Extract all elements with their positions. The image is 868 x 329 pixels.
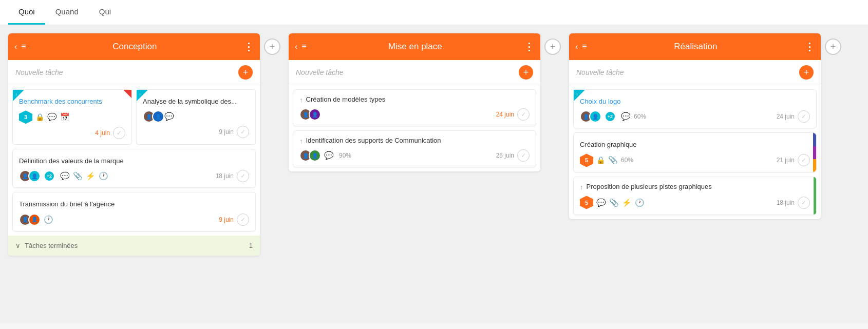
benchmark-badge: 3 — [19, 110, 32, 124]
modeles-up-icon: ↑ — [299, 96, 303, 104]
benchmark-footer: 3 🔒 💬 📅 — [19, 110, 125, 124]
conception-menu-icon[interactable]: ⋮ — [243, 41, 254, 53]
benchmark-date: 4 juin — [95, 129, 110, 137]
mise-en-place-header: ‹ ≡ Mise en place ⋮ — [289, 33, 540, 60]
logo-check[interactable]: ✓ — [798, 110, 810, 123]
proposition-badge: 5 — [580, 196, 593, 209]
conception-chevron-down-icon: ∨ — [15, 242, 21, 249]
card-creation-graphique: Création graphique 5 🔒 📎 60% 21 juin ✓ — [573, 132, 817, 172]
proposition-comment-icon: 💬 — [596, 198, 606, 207]
conception-column-wrapper: ‹ ≡ Conception ⋮ Nouvelle tâche + — [8, 33, 280, 256]
top-navigation: Quoi Quand Qui — [0, 0, 868, 25]
conception-header-left: ‹ ≡ — [14, 42, 26, 51]
transmission-date: 9 juin — [219, 216, 234, 223]
add-column-after-conception[interactable]: + — [264, 38, 280, 55]
modeles-title: Création de modèles types — [306, 95, 386, 104]
conception-header: ‹ ≡ Conception ⋮ — [8, 33, 260, 60]
analyse-avatars: 👤 👤 — [143, 110, 161, 123]
add-column-after-realisation[interactable]: + — [825, 38, 841, 55]
logo-date: 24 juin — [777, 113, 795, 120]
definition-avatar-extra: +2 — [44, 170, 55, 182]
card-choix-logo: ↑ Choix du logo 👤 👤 +2 💬 60% 24 juin ✓ — [573, 89, 817, 128]
mise-en-place-list-icon[interactable]: ≡ — [301, 42, 306, 51]
realisation-new-task-row: Nouvelle tâche + — [569, 60, 821, 85]
realisation-add-task-button[interactable]: + — [799, 65, 814, 80]
mise-en-place-placeholder: Nouvelle tâche — [296, 68, 519, 76]
benchmark-check[interactable]: ✓ — [113, 127, 125, 139]
conception-add-task-button[interactable]: + — [238, 65, 253, 80]
transmission-title: Transmission du brief à l'agence — [19, 200, 249, 209]
card-analyse: ↑ Analyse de la symbolique des... 👤 👤 💬 … — [136, 89, 256, 145]
avatar-2: 👤 — [152, 110, 164, 123]
definition-footer: 👤 👤 +2 💬 📎 ⚡ 🕐 18 juin ✓ — [19, 170, 249, 182]
graphique-check[interactable]: ✓ — [798, 154, 810, 166]
realisation-list-icon[interactable]: ≡ — [582, 42, 587, 51]
graphique-progress: 60% — [621, 157, 633, 164]
transmission-check[interactable]: ✓ — [237, 214, 249, 226]
graphique-title: Création graphique — [580, 140, 810, 149]
mise-en-place-add-task-button[interactable]: + — [519, 65, 533, 80]
definition-clock-icon: 🕐 — [99, 171, 108, 181]
transmission-footer: 👤 👤 🕐 9 juin ✓ — [19, 214, 249, 226]
analyse-check[interactable]: ✓ — [237, 126, 249, 138]
tab-qui[interactable]: Qui — [89, 0, 121, 25]
modeles-avatars: 👤 👤 — [299, 108, 318, 121]
conception-cards-row1: ↑ Benchmark des concurrents 3 🔒 💬 📅 4 ju… — [12, 89, 256, 145]
conception-completed-row[interactable]: ∨ Tâches terminées 1 — [8, 236, 260, 256]
identification-check[interactable]: ✓ — [517, 149, 530, 162]
kanban-board: ‹ ≡ Conception ⋮ Nouvelle tâche + — [0, 25, 868, 323]
card-creation-modeles: ↑ Création de modèles types 👤 👤 24 juin … — [293, 89, 536, 126]
definition-date: 18 juin — [216, 172, 234, 180]
realisation-menu-icon[interactable]: ⋮ — [804, 41, 815, 53]
conception-cards: ↑ Benchmark des concurrents 3 🔒 💬 📅 4 ju… — [8, 85, 260, 236]
proposition-check[interactable]: ✓ — [798, 197, 810, 209]
benchmark-priority-icon: ↑ — [15, 92, 17, 98]
transmission-avatars: 👤 👤 — [19, 214, 37, 226]
proposition-clock-icon: 🕐 — [635, 198, 645, 207]
proposition-attachment-icon: 📎 — [609, 198, 619, 207]
conception-completed-count: 1 — [249, 242, 253, 249]
graphique-attachment-icon: 📎 — [608, 156, 618, 165]
definition-lightning-icon: ⚡ — [86, 171, 96, 181]
conception-column: ‹ ≡ Conception ⋮ Nouvelle tâche + — [8, 33, 260, 256]
logo-avatars: 👤 👤 — [580, 110, 598, 123]
analyse-date: 9 juin — [219, 128, 234, 136]
modeles-footer: 👤 👤 24 juin ✓ — [299, 108, 530, 121]
graphique-lock-icon: 🔒 — [596, 156, 605, 164]
analyse-priority-icon: ↑ — [139, 92, 141, 98]
card-identification: ↑ Identification des supports de Communi… — [293, 130, 536, 167]
proposition-date: 18 juin — [777, 199, 795, 206]
conception-new-task-row: Nouvelle tâche + — [8, 60, 260, 85]
tab-quand[interactable]: Quand — [45, 0, 89, 25]
color-bar-purple — [813, 146, 816, 159]
identification-up-icon: ↑ — [299, 137, 303, 145]
analyse-comment-icon: 💬 — [164, 112, 174, 121]
realisation-placeholder: Nouvelle tâche — [576, 68, 799, 76]
definition-comment-icon: 💬 — [60, 171, 70, 181]
realisation-header-right: ⋮ — [804, 41, 815, 53]
mise-en-place-column-wrapper: ‹ ≡ Mise en place ⋮ Nouvelle tâche + ↑ C… — [289, 33, 561, 171]
card-proposition: ↑ Proposition de plusieurs pistes graphi… — [573, 177, 817, 215]
add-column-after-mise-en-place[interactable]: + — [544, 38, 561, 55]
card-definition: Définition des valeurs de la marque 👤 👤 … — [12, 149, 256, 188]
conception-collapse-icon[interactable]: ‹ — [14, 42, 17, 51]
benchmark-calendar-icon: 📅 — [60, 112, 70, 122]
proposition-footer: 5 💬 📎 ⚡ 🕐 18 juin ✓ — [580, 196, 810, 209]
proposition-lightning-icon: ⚡ — [622, 198, 632, 207]
identification-comment-icon: 💬 — [324, 151, 334, 160]
identification-footer: 👤 👤 💬 90% 25 juin ✓ — [299, 149, 530, 162]
mise-en-place-header-right: ⋮ — [524, 41, 534, 53]
identification-date: 25 juin — [496, 152, 514, 159]
realisation-collapse-icon[interactable]: ‹ — [575, 42, 578, 51]
definition-attachment-icon: 📎 — [73, 171, 83, 181]
modeles-check[interactable]: ✓ — [517, 108, 530, 121]
analyse-title: Analyse de la symbolique des... — [143, 97, 249, 106]
tab-quoi[interactable]: Quoi — [8, 0, 45, 25]
realisation-cards: ↑ Choix du logo 👤 👤 +2 💬 60% 24 juin ✓ — [569, 85, 821, 219]
conception-list-icon[interactable]: ≡ — [21, 42, 26, 51]
mise-en-place-collapse-icon[interactable]: ‹ — [295, 42, 297, 51]
mise-en-place-menu-icon[interactable]: ⋮ — [524, 41, 534, 53]
definition-check[interactable]: ✓ — [237, 170, 249, 182]
definition-avatar-2: 👤 — [28, 170, 41, 182]
logo-avatar-2: 👤 — [589, 110, 601, 123]
